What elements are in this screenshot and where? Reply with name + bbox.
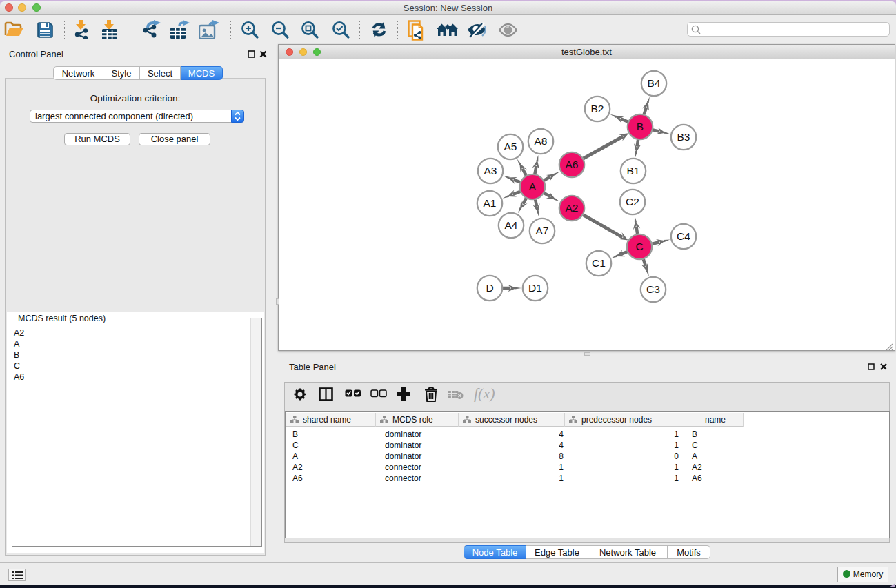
svg-text:D1: D1 <box>528 282 542 294</box>
svg-text:A3: A3 <box>484 165 497 176</box>
svg-text:A6: A6 <box>566 159 579 170</box>
svg-text:C1: C1 <box>592 257 606 269</box>
svg-text:A2: A2 <box>566 202 579 214</box>
svg-text:B4: B4 <box>648 77 661 89</box>
svg-text:B3: B3 <box>677 131 690 143</box>
svg-text:C3: C3 <box>646 283 660 295</box>
svg-text:B: B <box>637 121 644 132</box>
svg-text:C: C <box>635 241 643 252</box>
svg-text:A8: A8 <box>535 135 548 147</box>
svg-text:A7: A7 <box>536 225 549 236</box>
svg-text:A4: A4 <box>505 219 518 231</box>
svg-text:A5: A5 <box>504 141 517 152</box>
svg-text:B2: B2 <box>591 103 604 114</box>
svg-text:A1: A1 <box>484 197 497 209</box>
svg-text:B1: B1 <box>627 165 640 176</box>
svg-text:A: A <box>529 181 537 192</box>
svg-text:C2: C2 <box>626 196 639 207</box>
svg-text:D: D <box>486 282 493 294</box>
svg-text:C4: C4 <box>677 230 690 242</box>
